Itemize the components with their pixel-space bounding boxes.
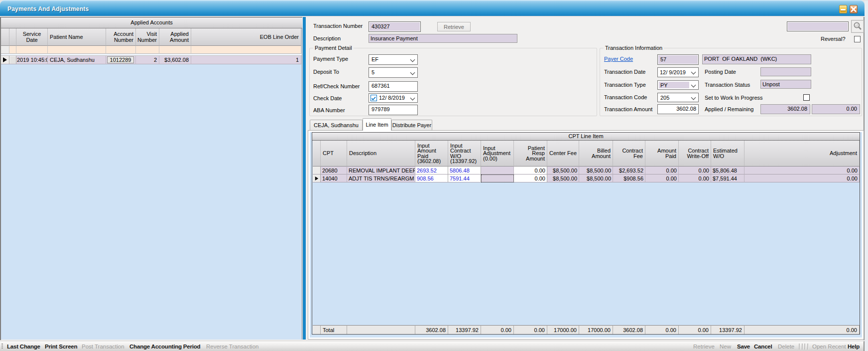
cpt-cell-input-adjustment[interactable]: [481, 175, 514, 182]
applied-amount-cell[interactable]: $3,602.08: [159, 56, 191, 64]
cpt-cell-row-select[interactable]: [313, 167, 321, 175]
aba-number-field[interactable]: 979789: [369, 105, 418, 115]
row-select-cell[interactable]: [1, 56, 9, 64]
cpt-cell-center-fee[interactable]: $8,500.00: [547, 167, 579, 175]
statusbar-last-change[interactable]: Last Change: [7, 344, 40, 350]
payer-code-field[interactable]: 57: [657, 54, 699, 65]
cpt-header-cpt[interactable]: CPT: [321, 141, 347, 167]
cpt-cell-input-contract-wo[interactable]: 5806.48: [448, 167, 481, 175]
cpt-header-estimated-wo[interactable]: Estimated W/O: [711, 141, 744, 167]
statusbar-print-screen[interactable]: Print Screen: [45, 344, 77, 350]
cpt-cell-amount-paid[interactable]: 0.00: [645, 167, 679, 175]
payment-type-combo[interactable]: EF: [369, 54, 418, 65]
transaction-amount-field[interactable]: 3602.08: [657, 104, 699, 114]
deposit-to-combo[interactable]: 5: [369, 67, 418, 78]
minimize-button[interactable]: [839, 5, 847, 13]
applied-accounts-filter-cell[interactable]: [16, 46, 48, 54]
statusbar-save[interactable]: Save: [737, 344, 750, 350]
ref-check-number-field[interactable]: 687361: [369, 81, 418, 92]
tab-ceja-sudhanshu[interactable]: CEJA, Sudhanshu: [310, 120, 363, 130]
cpt-cell-row-select[interactable]: [313, 175, 321, 182]
cpt-cell-cpt[interactable]: 14040: [321, 175, 347, 182]
cpt-cell-input-adjustment[interactable]: [481, 167, 514, 175]
cpt-cell-contract-write-off[interactable]: 0.00: [679, 175, 711, 182]
tab-distribute-payer[interactable]: Distribute Payer: [391, 120, 432, 130]
applied-accounts-filter-cell[interactable]: [48, 46, 106, 54]
cpt-header-center-fee[interactable]: Center Fee: [547, 141, 579, 167]
service-date-cell[interactable]: 2019 10:45:0: [16, 56, 48, 64]
patient-name-cell[interactable]: CEJA, Sudhanshu: [48, 56, 106, 64]
statusbar-help[interactable]: Help: [848, 344, 860, 350]
tab-line-item[interactable]: Line Item: [363, 118, 391, 131]
eob-line-order-cell[interactable]: 1: [191, 56, 301, 64]
applied-accounts-header-visit-number[interactable]: Visit Number: [136, 28, 159, 46]
applied-accounts-header-blank[interactable]: [1, 28, 9, 46]
cpt-cell-input-amount-paid[interactable]: 908.56: [415, 175, 448, 182]
check-date-picker[interactable]: 12/ 8/2019: [369, 93, 418, 103]
cpt-header-row-select[interactable]: [313, 141, 321, 167]
retrieve-button[interactable]: Retrieve: [437, 22, 471, 31]
work-in-progress-checkbox[interactable]: [803, 94, 810, 101]
applied-accounts-filter-cell[interactable]: [9, 46, 16, 54]
cpt-header-adjustment[interactable]: Adjustment: [744, 141, 860, 167]
applied-accounts-header-applied-amount[interactable]: Applied Amount: [159, 28, 191, 46]
applied-accounts-header-account-number[interactable]: Account Number: [106, 28, 136, 46]
applied-accounts-header-eob-line-order[interactable]: EOB Line Order: [191, 28, 301, 46]
statusbar-separator: [804, 344, 805, 350]
cpt-header-amount-paid[interactable]: Amount Paid: [645, 141, 679, 167]
applied-accounts-header-service-date[interactable]: Service Date: [16, 28, 48, 46]
transaction-date-picker[interactable]: 12/ 9/2019: [657, 67, 699, 77]
statusbar-change-accounting-period[interactable]: Change Accounting Period: [129, 344, 200, 350]
close-button[interactable]: [850, 5, 858, 13]
cpt-header-contract-fee[interactable]: Contract Fee: [613, 141, 645, 167]
cpt-header-billed-amount[interactable]: Billed Amount: [579, 141, 613, 167]
cpt-header-input-adjustment[interactable]: Input Adjustment (0.00): [481, 141, 514, 167]
cpt-cell-input-amount-paid[interactable]: 2693.52: [415, 167, 448, 175]
cpt-cell-billed-amount[interactable]: $8,500.00: [579, 167, 613, 175]
cpt-header-patient-resp-amount[interactable]: Patient Resp Amount: [514, 141, 547, 167]
pane-splitter[interactable]: [303, 17, 306, 340]
cpt-cell-adjustment[interactable]: 0.00: [744, 167, 860, 175]
transaction-type-combo[interactable]: PY: [657, 80, 699, 90]
applied-accounts-filter-cell[interactable]: [191, 46, 301, 54]
cpt-header-contract-write-off[interactable]: Contract Write-Off: [679, 141, 711, 167]
applied-accounts-filter-cell[interactable]: [106, 46, 136, 54]
cpt-cell-contract-write-off[interactable]: 0.00: [679, 167, 711, 175]
account-number-box[interactable]: 1012289: [107, 56, 134, 63]
applied-accounts-filter-cell[interactable]: [136, 46, 159, 54]
title-bar[interactable]: Payments And Adjustments: [0, 0, 865, 16]
cpt-header-input-amount-paid[interactable]: Input Amount Paid (3602.08): [415, 141, 448, 167]
applied-accounts-filter-cell[interactable]: [1, 46, 9, 54]
transaction-number-field[interactable]: 430327: [369, 21, 421, 32]
cpt-cell-amount-paid[interactable]: 0.00: [645, 175, 679, 182]
transaction-code-combo[interactable]: 205: [657, 93, 699, 102]
cpt-cell-patient-resp-amount[interactable]: 0.00: [514, 167, 547, 175]
cpt-cell-billed-amount[interactable]: $8,500.00: [579, 175, 613, 182]
payer-code-link[interactable]: Payer Code: [604, 56, 633, 62]
check-date-checkbox[interactable]: [371, 95, 377, 101]
cpt-cell-estimated-wo[interactable]: $5,806.48: [711, 167, 744, 175]
description-field[interactable]: Insurance Payment: [369, 34, 517, 43]
cpt-cell-cpt[interactable]: 20680: [321, 167, 347, 175]
cpt-cell-adjustment[interactable]: 0.00: [744, 175, 860, 182]
cpt-cell-estimated-wo[interactable]: $7,591.44: [711, 175, 744, 182]
cpt-cell-input-contract-wo[interactable]: 7591.44: [448, 175, 481, 182]
account-number-cell[interactable]: 1012289: [106, 56, 136, 64]
cpt-cell-contract-fee[interactable]: $2,693.52: [613, 167, 645, 175]
applied-accounts-header-blank[interactable]: [9, 28, 16, 46]
applied-accounts-header-patient-name[interactable]: Patient Name: [48, 28, 106, 46]
cpt-cell-description[interactable]: REMOVAL IMPLANT DEEP: [347, 167, 415, 175]
statusbar-cancel[interactable]: Cancel: [754, 344, 772, 350]
search-button[interactable]: [851, 20, 864, 33]
applied-accounts-filter-cell[interactable]: [159, 46, 191, 54]
cpt-header-input-contract-wo[interactable]: Input Contract W/O (13397.92): [448, 141, 481, 167]
cpt-cell-description[interactable]: ADJT TIS TRNS/REARGM: [347, 175, 415, 182]
row-expand-cell[interactable]: [9, 56, 16, 64]
cpt-cell-center-fee[interactable]: $8,500.00: [547, 175, 579, 182]
visit-number-cell[interactable]: 2: [136, 56, 159, 64]
cpt-cell-patient-resp-amount[interactable]: 0.00: [514, 175, 547, 182]
search-field[interactable]: [787, 21, 849, 31]
cpt-cell-contract-fee[interactable]: $908.56: [613, 175, 645, 182]
cpt-header-description[interactable]: Description: [347, 141, 415, 167]
reversal-checkbox[interactable]: [854, 36, 861, 42]
